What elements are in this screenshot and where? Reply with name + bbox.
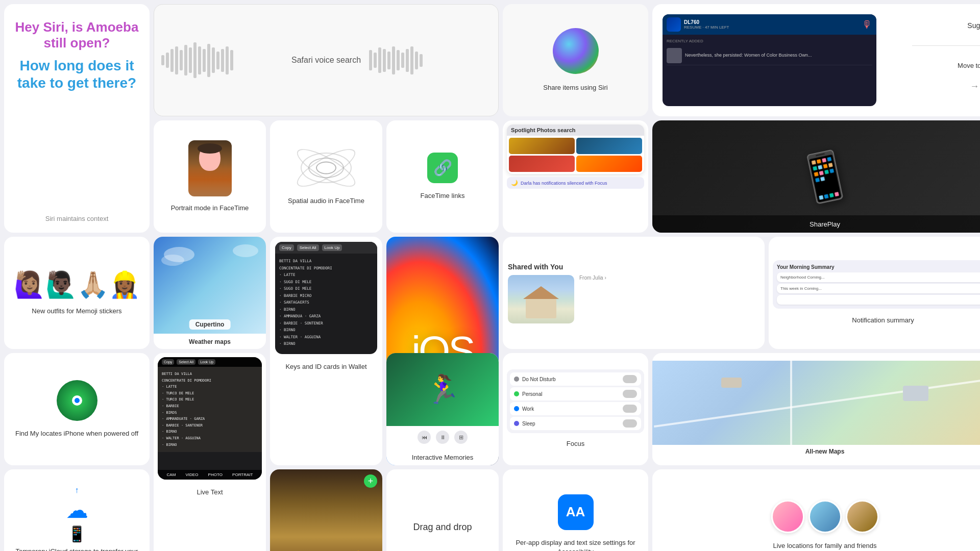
widget-recently-added: RECENTLY ADDED <box>667 38 872 44</box>
findmy-card: Find My locates iPhone when powered off <box>4 353 150 465</box>
live-locations-label: Live locations for family and friends <box>773 541 876 550</box>
all-new-maps-label: All-new Maps <box>805 448 845 455</box>
keys-wallet-label: Keys and ID cards in Wallet <box>285 362 366 371</box>
spotlight-photo-2 <box>576 138 642 154</box>
siri-headline: Hey Siri, is Amoeba still open? <box>14 19 139 51</box>
live-text-photo[interactable]: PHOTO <box>208 472 223 477</box>
shareplay-label: SharePlay <box>810 220 840 228</box>
focus-dot-personal <box>514 391 519 396</box>
focus-notification-bar: 🌙 Darla has notifications silenced with … <box>507 177 644 189</box>
memories-btn-rewind[interactable]: ⏮ <box>418 431 431 444</box>
live-text-copy-btn[interactable]: Copy <box>162 359 174 365</box>
shared-content: From Julia › <box>508 275 760 323</box>
live-text-selectall-btn[interactable]: Select All <box>177 359 195 365</box>
focus-label-sleep: Sleep <box>522 421 535 427</box>
maps-building1 <box>721 378 742 388</box>
focus-toggle-dnd[interactable] <box>623 375 637 383</box>
findmy-label: Find My locates iPhone when powered off <box>15 429 138 438</box>
spatial-audio-card: Spatial audio in FaceTime <box>270 120 382 233</box>
facetime-links-label: FaceTime links <box>421 191 465 201</box>
icloud-arrow-icon: ↑ <box>75 486 79 495</box>
memoji-label: New outfits for Memoji stickers <box>32 307 121 316</box>
focus-item-donotdisturb[interactable]: Do Not Disturb <box>510 372 641 386</box>
drag-drop-photo-card: + 👆 <box>270 469 382 551</box>
wallet-lookup-btn[interactable]: Look Up <box>322 244 342 251</box>
drag-drop-label-card: Drag and drop <box>386 469 499 551</box>
focus-toggle-work[interactable] <box>623 405 637 413</box>
widget-body: RECENTLY ADDED Nevertheless, she persist… <box>663 35 876 106</box>
weather-maps-label-area: Weather maps <box>185 334 235 349</box>
notif-screen: Your Morning Summary Neighborhood Coming… <box>773 260 980 309</box>
focus-screen: Do Not Disturb Personal Work <box>507 369 644 433</box>
icloud-label: Temporary iCloud storage to transfer you… <box>11 547 142 551</box>
focus-item-sleep[interactable]: Sleep <box>510 417 641 430</box>
focus-dot-sleep <box>514 421 519 426</box>
memoji-figures: 🙋🏽‍♀️🙋🏿‍♂️🙏🏼👷🏾‍♀️ <box>14 270 140 299</box>
focus-label-dnd: Do Not Disturb <box>522 377 556 382</box>
live-text-cam[interactable]: CAM <box>167 472 176 477</box>
focus-dot-dnd <box>514 377 519 382</box>
per-app-icon: AA <box>558 494 594 530</box>
weather-cloud2 <box>161 255 184 266</box>
live-text-video[interactable]: VIDEO <box>186 472 199 477</box>
shared-right-info: From Julia › <box>579 275 760 323</box>
keys-wallet-card: Copy Select All Look Up BETTI DA VILLA C… <box>270 237 382 465</box>
maps-bg <box>652 361 980 445</box>
widget-item1: Nevertheless, she persisted: Women of Co… <box>667 46 872 65</box>
siri-question2: How long does it take to get there? <box>14 57 139 91</box>
focus-label-personal: Personal <box>522 391 542 397</box>
spatial-audio-visual <box>296 147 357 188</box>
focus-toggle-sleep[interactable] <box>623 419 637 428</box>
focus-toggle-personal[interactable] <box>623 390 637 398</box>
memories-person-emoji: 🏃‍♀️ <box>425 373 460 406</box>
per-app-card: AA Per-app display and text size setting… <box>503 469 648 551</box>
ios-arrow: → iOS <box>958 73 980 99</box>
shared-house-image <box>508 275 574 323</box>
live-text-portrait[interactable]: PORTRAIT <box>232 472 253 477</box>
focus-label-work: Work <box>522 406 534 412</box>
maps-road-h <box>654 378 980 428</box>
spotlight-focus-card: Spotlight Photos search 🌙 Darla has noti… <box>503 120 648 233</box>
weather-maps-label: Weather maps <box>189 338 231 345</box>
live-locations-card: Live locations for family and friends <box>652 469 980 551</box>
memories-btn-pause[interactable]: ⏸ <box>436 431 449 444</box>
spotlight-panel: Spotlight Photos search <box>507 124 644 174</box>
shareplay-bg: 📱 SharePlay <box>652 120 980 233</box>
wallet-selectall-btn[interactable]: Select All <box>297 244 319 251</box>
widgets-card: DL760 RESUME · 47 MIN LEFT 🎙 RECENTLY AD… <box>652 4 980 116</box>
safari-voice-card: Safari voice search <box>154 4 499 116</box>
wallet-notes: BETTI DA VILLA CONCENTRATE DI POMODORI ·… <box>275 254 377 352</box>
notif-item1: Neighborhood Coming... <box>777 272 980 282</box>
focus-item-personal[interactable]: Personal <box>510 387 641 400</box>
maps-building2 <box>903 386 928 401</box>
shared-with-you-title: Shared with You <box>508 263 563 271</box>
widget-panel: DL760 RESUME · 47 MIN LEFT 🎙 RECENTLY AD… <box>663 14 876 106</box>
move-ios-section: Move to iOS improvements → iOS <box>958 62 980 99</box>
focus-dot-work <box>514 406 519 411</box>
live-locations-avatars <box>771 500 879 533</box>
wallet-screen: Copy Select All Look Up BETTI DA VILLA C… <box>275 242 377 354</box>
wallet-copy-btn[interactable]: Copy <box>279 244 294 251</box>
avatar-3 <box>846 500 879 533</box>
focus-item-work[interactable]: Work <box>510 402 641 415</box>
memories-bg: 🏃‍♀️ <box>386 353 499 426</box>
shared-from-label: From Julia › <box>579 275 760 281</box>
weather-maps-card: Cupertino Weather maps <box>154 237 266 349</box>
notification-summary-card: Your Morning Summary Neighborhood Coming… <box>769 237 980 349</box>
notif-item3 <box>777 295 980 305</box>
live-text-lookup-btn[interactable]: Look Up <box>198 359 215 365</box>
live-text-toolbar: Copy Select All Look Up <box>158 357 262 367</box>
memoji-card: 🙋🏽‍♀️🙋🏿‍♂️🙏🏼👷🏾‍♀️ New outfits for Memoji… <box>4 237 150 349</box>
interactive-memories-label: Interactive Memories <box>412 453 474 465</box>
widget-title: DL760 <box>684 19 729 25</box>
maps-road-v <box>790 361 792 445</box>
live-text-label: Live Text <box>197 488 223 497</box>
notif-item2: This week in Coming... <box>777 284 980 293</box>
portrait-image <box>188 140 232 196</box>
memories-btn-grid[interactable]: ⊞ <box>454 431 468 444</box>
siri-card: Hey Siri, is Amoeba still open? How long… <box>4 4 150 233</box>
live-text-content: BETTI DA VILLA CONCENTRATE DI POMODORI ·… <box>158 367 262 452</box>
focus-card: Do Not Disturb Personal Work <box>503 353 648 465</box>
widget-logo <box>667 17 681 32</box>
avatar-1 <box>771 500 804 533</box>
